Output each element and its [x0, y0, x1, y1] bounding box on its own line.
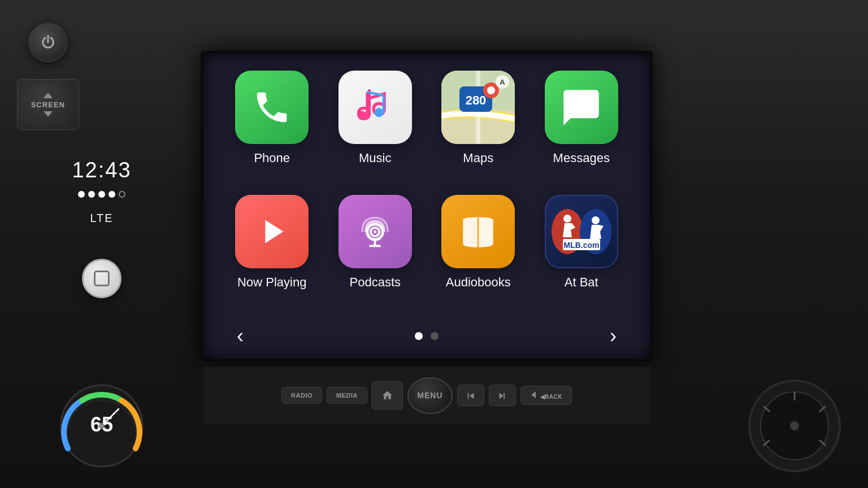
media-button[interactable]: MEDIA	[327, 387, 367, 404]
menu-button[interactable]: MENU	[407, 377, 453, 414]
speedometer-gauge: 65	[57, 381, 147, 471]
app-nowplaying[interactable]: Now Playing	[226, 195, 318, 308]
screen-arrows-down	[44, 111, 53, 117]
right-dial-area	[648, 364, 868, 488]
app-messages[interactable]: Messages	[536, 71, 628, 184]
messages-icon	[545, 71, 618, 144]
audiobooks-label: Audiobooks	[446, 275, 511, 290]
physical-buttons: RADIO MEDIA MENU ◀BACK	[203, 367, 650, 424]
arrow-up-icon	[44, 93, 53, 98]
home-button-inner	[94, 271, 110, 286]
time-display: 12:43	[72, 158, 131, 182]
svg-point-2	[358, 111, 367, 120]
left-controls: SCREEN 12:43 LTE	[0, 0, 203, 367]
signal-dot-2	[88, 191, 95, 198]
phone-icon	[235, 71, 309, 144]
prev-track-button[interactable]	[457, 385, 484, 406]
menu-label: MENU	[417, 391, 442, 400]
music-icon: ♪	[338, 71, 412, 144]
signal-dot-1	[78, 191, 85, 198]
audiobooks-icon	[441, 195, 515, 268]
right-dial	[738, 369, 851, 482]
signal-dot-4	[108, 191, 115, 198]
next-track-button[interactable]	[489, 385, 516, 406]
svg-point-25	[563, 215, 571, 223]
messages-label: Messages	[553, 151, 610, 165]
carplay-screen: Phone ♪	[203, 54, 650, 359]
svg-text:280: 280	[466, 93, 487, 107]
podcasts-label: Podcasts	[350, 275, 401, 290]
podcasts-icon	[338, 195, 412, 268]
signal-dot-3	[98, 191, 105, 198]
app-atbat[interactable]: MLB.com At Bat	[536, 195, 628, 308]
screen-button[interactable]: SCREEN	[17, 79, 79, 130]
app-phone[interactable]: Phone	[226, 71, 318, 184]
page-dots	[415, 332, 439, 340]
signal-indicator	[78, 191, 125, 198]
power-button[interactable]	[28, 23, 68, 62]
app-audiobooks[interactable]: Audiobooks	[432, 195, 524, 308]
app-grid: Phone ♪	[203, 54, 650, 313]
svg-text:MLB.com: MLB.com	[563, 241, 599, 250]
maps-label: Maps	[463, 151, 493, 165]
back-nav-arrow[interactable]: ‹	[226, 324, 254, 348]
svg-point-38	[790, 421, 799, 430]
nowplaying-icon	[235, 195, 309, 268]
network-label: LTE	[90, 212, 113, 225]
page-dot-2[interactable]	[431, 332, 439, 340]
navigation-bar: ‹ ›	[203, 313, 650, 359]
svg-point-30	[99, 423, 105, 429]
music-label: Music	[359, 151, 391, 165]
back-button[interactable]: ◀BACK	[520, 386, 572, 405]
svg-point-26	[592, 216, 600, 224]
screen-label: SCREEN	[31, 101, 65, 109]
signal-dot-5	[119, 191, 125, 198]
page-dot-1[interactable]	[415, 332, 423, 340]
maps-icon: 280 A	[441, 71, 515, 144]
speedometer-area: 65	[0, 364, 203, 488]
svg-point-17	[374, 230, 376, 233]
screen-arrows	[44, 93, 53, 98]
atbat-icon: MLB.com	[545, 195, 618, 268]
home-button[interactable]	[82, 259, 121, 298]
home-phys-button[interactable]	[372, 381, 403, 409]
screen-content: Phone ♪	[203, 54, 650, 359]
app-maps[interactable]: 280 A Maps	[432, 71, 524, 184]
atbat-label: At Bat	[565, 275, 598, 290]
svg-point-3	[374, 108, 383, 117]
svg-point-12	[487, 86, 495, 94]
radio-button[interactable]: RADIO	[281, 387, 322, 404]
svg-text:A: A	[500, 78, 506, 86]
app-music[interactable]: ♪ Music	[329, 71, 422, 184]
arrow-down-icon	[44, 111, 53, 117]
phone-label: Phone	[254, 151, 290, 165]
forward-nav-arrow[interactable]: ›	[599, 324, 627, 348]
nowplaying-label: Now Playing	[237, 275, 306, 290]
app-podcasts[interactable]: Podcasts	[329, 195, 422, 308]
